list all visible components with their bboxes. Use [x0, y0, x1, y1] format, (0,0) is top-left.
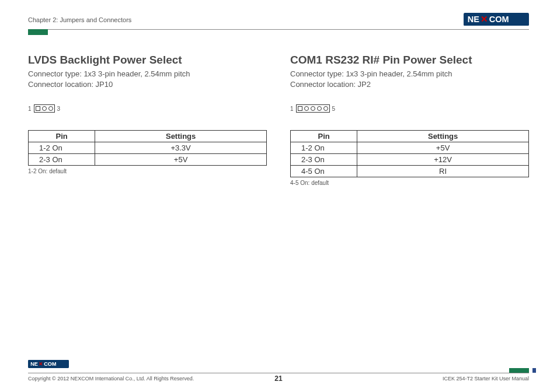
pin-4-circle: [317, 106, 322, 111]
left-pin-end: 3: [57, 106, 61, 112]
left-title: LVDS Backlight Power Select: [28, 54, 267, 66]
table-row: 1-2 On +3.3V: [29, 142, 267, 154]
jumper-box: [34, 104, 55, 113]
right-pin-end: 5: [332, 106, 336, 112]
left-set-1: +5V: [95, 154, 267, 166]
left-set-0: +3.3V: [95, 142, 267, 154]
chapter-title: Chapter 2: Jumpers and Connectors: [28, 16, 131, 26]
left-pin-1: 2-3 On: [29, 154, 95, 166]
table-row: 2-3 On +12V: [291, 154, 529, 166]
left-jumper-diagram: 1 3: [28, 104, 267, 113]
right-column: COM1 RS232 RI# Pin Power Select Connecto…: [290, 54, 529, 186]
nexcom-logo: NE ✕ COM: [464, 13, 529, 26]
table-row: 4-5 On RI: [291, 166, 529, 177]
main-content: LVDS Backlight Power Select Connector ty…: [28, 54, 529, 186]
pin-2-circle: [304, 106, 309, 111]
right-title: COM1 RS232 RI# Pin Power Select: [290, 54, 529, 66]
pin-1-square: [36, 106, 40, 111]
svg-text:✕: ✕: [39, 361, 43, 367]
pin-2-circle: [42, 106, 47, 111]
pin-3-circle: [311, 106, 315, 111]
right-conn-loc: Connector location: JP2: [290, 79, 529, 90]
right-desc: Connector type: 1x3 3-pin header, 2.54mm…: [290, 69, 529, 89]
right-set-0: +5V: [357, 142, 529, 154]
page-footer: NE ✕ COM Copyright © 2012 NEXCOM Interna…: [28, 360, 529, 382]
nexcom-logo-footer: NE ✕ COM: [28, 360, 69, 368]
copyright-text: Copyright © 2012 NEXCOM International Co…: [28, 376, 194, 382]
svg-text:✕: ✕: [481, 15, 488, 24]
right-set-2: RI: [357, 166, 529, 177]
pin-5-circle: [323, 106, 328, 111]
pin-1-square: [298, 106, 302, 111]
table-row: 1-2 On +5V: [291, 142, 529, 154]
left-column: LVDS Backlight Power Select Connector ty…: [28, 54, 267, 186]
left-conn-loc: Connector location: JP10: [28, 79, 267, 90]
manual-title: ICEK 254-T2 Starter Kit User Manual: [443, 376, 529, 382]
right-jumper-diagram: 1 5: [290, 104, 529, 113]
page-number: 21: [274, 374, 282, 383]
table-row: 2-3 On +5V: [29, 154, 267, 166]
page-header: Chapter 2: Jumpers and Connectors NE ✕ C…: [28, 13, 529, 30]
jumper-box: [296, 104, 330, 113]
footer-green-tab: [509, 368, 529, 373]
right-pin-start: 1: [290, 106, 294, 112]
footer-blue-tab: [532, 368, 536, 373]
left-th-set: Settings: [95, 131, 267, 142]
header-green-tab: [28, 29, 48, 35]
right-default: 4-5 On: default: [290, 180, 529, 186]
svg-text:NE: NE: [30, 361, 38, 367]
svg-text:NE: NE: [468, 15, 480, 24]
svg-text:COM: COM: [44, 361, 56, 367]
left-table: Pin Settings 1-2 On +3.3V 2-3 On +5V: [28, 130, 267, 166]
right-pin-0: 1-2 On: [291, 142, 357, 154]
right-conn-type: Connector type: 1x3 3-pin header, 2.54mm…: [290, 69, 529, 79]
right-set-1: +12V: [357, 154, 529, 166]
svg-text:COM: COM: [489, 15, 509, 24]
left-default: 1-2 On: default: [28, 168, 267, 174]
right-th-set: Settings: [357, 131, 529, 142]
right-table: Pin Settings 1-2 On +5V 2-3 On +12V 4-5 …: [290, 130, 529, 177]
left-pin-start: 1: [28, 106, 32, 112]
right-pin-1: 2-3 On: [291, 154, 357, 166]
left-desc: Connector type: 1x3 3-pin header, 2.54mm…: [28, 69, 267, 89]
right-th-pin: Pin: [291, 131, 357, 142]
right-pin-2: 4-5 On: [291, 166, 357, 177]
left-conn-type: Connector type: 1x3 3-pin header, 2.54mm…: [28, 69, 267, 79]
left-th-pin: Pin: [29, 131, 95, 142]
pin-3-circle: [48, 106, 53, 111]
footer-line: Copyright © 2012 NEXCOM International Co…: [28, 373, 529, 382]
left-pin-0: 1-2 On: [29, 142, 95, 154]
